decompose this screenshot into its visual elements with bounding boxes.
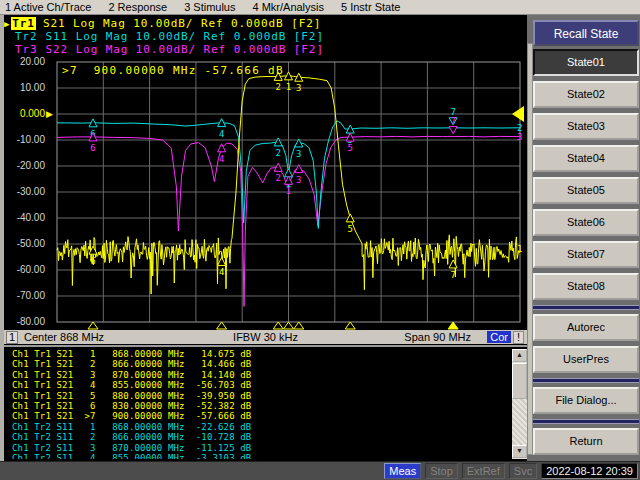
softkey-state01[interactable]: State01: [533, 49, 639, 76]
scrollbar-thumb[interactable]: [512, 363, 527, 399]
marker-label: 1: [286, 82, 291, 92]
trace-format-label: S22 Log Mag 10.00dB/ Ref 0.000dB [F2]: [46, 43, 324, 56]
scrollbar-down-icon[interactable]: ▼: [512, 445, 527, 458]
axis-marker-icon: [217, 322, 227, 329]
softkey-state04[interactable]: State04: [533, 145, 639, 172]
softkey-return[interactable]: Return: [533, 428, 639, 455]
trace-name-label: Tr3: [14, 43, 39, 56]
marker-label: 3: [296, 175, 301, 185]
scrollbar-track[interactable]: [512, 399, 527, 445]
marker-table-row: Ch1 Tr1 S21 >7 900.00000 MHz -57.666 dB: [12, 411, 251, 421]
marker-table-row: Ch1 Tr1 S21 4 855.00000 MHz -56.703 dB: [12, 380, 251, 390]
menu-item-1[interactable]: 1 Active Ch/Trace: [5, 1, 91, 13]
marker-table: Ch1 Tr1 S21 1 868.00000 MHz 14.675 dBCh1…: [12, 349, 251, 459]
axis-marker-icon: [448, 322, 458, 329]
trace-format-label: S21 Log Mag 10.00dB/ Ref 0.000dB [F2]: [43, 17, 321, 30]
scrollbar-up-icon[interactable]: ▲: [512, 349, 527, 362]
marker-label: 4: [219, 154, 224, 164]
trace-definitions: ▶Tr1S21 Log Mag 10.00dB/ Ref 0.000dB [F2…: [4, 17, 524, 56]
trace-format-label: S11 Log Mag 10.00dB/ Ref 0.000dB [F2]: [46, 30, 324, 43]
trace-def-tr3[interactable]: Tr3S22 Log Mag 10.00dB/ Ref 0.000dB [F2]: [4, 43, 524, 56]
axis-marker-icon: [294, 322, 304, 329]
softkey-state06[interactable]: State06: [533, 209, 639, 236]
marker-label: 2: [276, 82, 281, 92]
marker-table-row: Ch1 Tr1 S21 5 880.00000 MHz -39.950 dB: [12, 391, 251, 401]
softkey-separator: [533, 378, 639, 383]
softkey-separator: [533, 305, 639, 310]
warning-badge: !: [513, 331, 524, 344]
axis-marker-icon: [273, 322, 283, 329]
menu-item-3[interactable]: 3 Stimulus: [184, 1, 235, 13]
trace-number-label: 1: [517, 244, 522, 254]
marker-label: 4: [219, 267, 224, 277]
marker-table-scrollbar[interactable]: ▲ ▼: [512, 349, 527, 459]
axis-marker-icon: [88, 322, 98, 329]
marker-table-row: Ch1 Tr1 S21 2 866.00000 MHz 14.466 dB: [12, 359, 251, 369]
trace-number-label: 3: [517, 132, 522, 142]
marker-readout: >7 900.00000 MHz -57.666 dB: [62, 64, 284, 77]
marker-table-row: Ch1 Tr1 S21 1 868.00000 MHz 14.675 dB: [12, 349, 251, 359]
marker-table-row: Ch1 Tr2 S11 1 868.00000 MHz -22.626 dB: [12, 422, 251, 432]
marker-label: 7: [450, 270, 455, 280]
marker-label: 2: [276, 148, 281, 158]
marker-table-row: Ch1 Tr2 S11 2 866.00000 MHz -10.728 dB: [12, 432, 251, 442]
menu-item-4[interactable]: 4 Mkr/Analysis: [252, 1, 324, 13]
marker-table-row: Ch1 Tr2 S11 4 855.00000 MHz -3.3103 dB: [12, 453, 251, 459]
marker-label: 2: [276, 173, 281, 183]
softkey-userpres[interactable]: UserPres: [533, 346, 639, 373]
softkey-autorec[interactable]: Autorec: [533, 314, 639, 341]
menu-bar: 1 Active Ch/Trace2 Response3 Stimulus4 M…: [0, 0, 640, 15]
softkey-state07[interactable]: State07: [533, 241, 639, 268]
menu-item-2[interactable]: 2 Response: [108, 1, 167, 13]
extref-indicator: ExtRef: [462, 463, 505, 479]
instrument-screen: 1 Active Ch/Trace2 Response3 Stimulus4 M…: [0, 0, 640, 480]
span-label[interactable]: Span 90 MHz: [404, 331, 471, 343]
marker-table-window: Ch1 Tr1 S21 1 868.00000 MHz 14.675 dBCh1…: [4, 345, 527, 459]
softkey-separator: [533, 419, 639, 424]
softkey-file-dialog[interactable]: File Dialog...: [533, 387, 639, 414]
marker-label: 3: [296, 83, 301, 93]
softkey-state02[interactable]: State02: [533, 81, 639, 108]
trace-name-label: Tr1: [11, 17, 36, 30]
axis-marker-icon: [345, 322, 355, 329]
marker-label: 6: [90, 256, 95, 266]
softkey-menu-title: Recall State: [533, 20, 639, 46]
meas-indicator: Meas: [384, 463, 421, 479]
softkey-state03[interactable]: State03: [533, 113, 639, 140]
axis-marker-icon: [284, 322, 294, 329]
softkey-state08[interactable]: State08: [533, 273, 639, 300]
correction-badge: Cor: [487, 331, 511, 343]
marker-label: 6: [90, 143, 95, 153]
marker-label: 5: [348, 224, 353, 234]
marker-label: 1: [286, 186, 291, 196]
stop-indicator: Stop: [425, 463, 458, 479]
plot-area: 213645764213576421357123: [0, 56, 527, 330]
softkey-panel: Recall State State01State02State03State0…: [527, 15, 640, 461]
softkey-state05[interactable]: State05: [533, 177, 639, 204]
center-frequency-label[interactable]: Center 868 MHz: [24, 331, 104, 343]
marker-label: 7: [450, 116, 455, 126]
marker-table-row: Ch1 Tr1 S21 3 870.00000 MHz 14.140 dB: [12, 370, 251, 380]
ref-level-right-arrow-icon: [512, 106, 524, 122]
trace-def-tr1[interactable]: ▶Tr1S21 Log Mag 10.00dB/ Ref 0.000dB [F2…: [4, 17, 524, 30]
trace-def-tr2[interactable]: Tr2S11 Log Mag 10.00dB/ Ref 0.000dB [F2]: [4, 30, 524, 43]
channel-status-bar: 1 IFBW 30 kHz Center 868 MHz Span 90 MHz…: [4, 330, 527, 344]
marker-label: 5: [348, 143, 353, 153]
marker-table-row: Ch1 Tr1 S21 6 830.00000 MHz -52.382 dB: [12, 401, 251, 411]
marker-label: 4: [219, 129, 224, 139]
marker-label: 3: [296, 149, 301, 159]
clock: 2022-08-12 20:39: [541, 463, 638, 479]
menu-item-5[interactable]: 5 Instr State: [341, 1, 400, 13]
active-trace-arrow-icon: ▶: [4, 19, 10, 29]
status-bar: MeasStopExtRefSvc 2022-08-12 20:39: [0, 461, 640, 480]
marker-table-row: Ch1 Tr2 S11 3 870.00000 MHz -11.125 dB: [12, 443, 251, 453]
marker-7-icon: [449, 127, 457, 134]
trace-name-label: Tr2: [14, 30, 39, 43]
marker-4-icon: [218, 257, 226, 265]
svc-indicator: Svc: [509, 463, 537, 479]
